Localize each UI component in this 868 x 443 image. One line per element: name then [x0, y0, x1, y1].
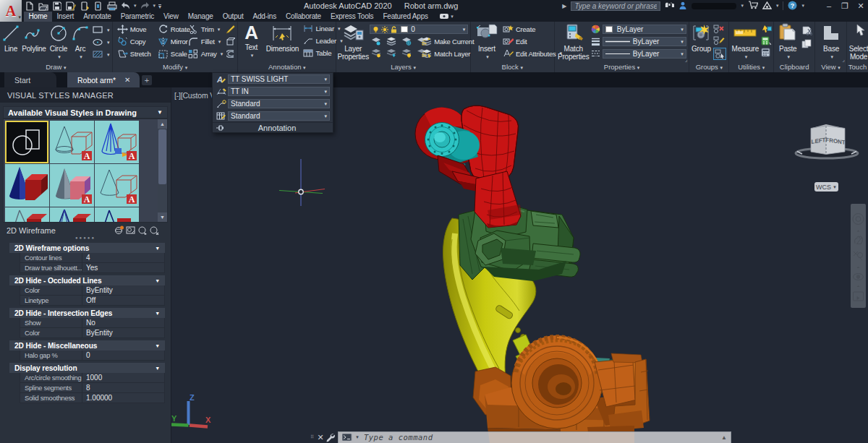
showmotion-icon[interactable]: [854, 292, 864, 301]
ribbon-tab-insert[interactable]: Insert: [52, 12, 79, 22]
arc-dropdown-icon[interactable]: ▾: [72, 53, 90, 61]
id-point-button[interactable]: [761, 48, 770, 57]
match-properties-button[interactable]: MatchProperties: [558, 23, 590, 61]
paste-dropdown-icon[interactable]: ▾: [777, 53, 800, 61]
properties-panel-label[interactable]: Properties ▾: [555, 63, 689, 72]
app-dropdown-icon[interactable]: ▾: [776, 3, 779, 9]
ribbon-tab-featured-apps[interactable]: Featured Apps: [378, 12, 433, 22]
group-edit-button[interactable]: [713, 36, 725, 46]
file-tab-robot-arm[interactable]: Robot arm* ✕: [67, 72, 140, 87]
ribbon-tab-collaborate[interactable]: Collaborate: [281, 12, 326, 22]
open-file-icon[interactable]: [38, 1, 48, 11]
rectangle-button[interactable]: ▾: [93, 26, 109, 34]
section-header-2d-wireframe-options[interactable]: 2D Wireframe options▼: [9, 243, 165, 253]
ribbon-tab-home[interactable]: Home: [24, 12, 52, 22]
scale-button[interactable]: Scale: [158, 49, 187, 59]
user-icon[interactable]: [678, 1, 687, 11]
layer-isolate-icon[interactable]: [386, 37, 397, 46]
edit-attributes-button[interactable]: Edit Attributes▾: [503, 49, 562, 58]
prop-row[interactable]: Arc/circle smoothing1000: [20, 373, 165, 383]
style-thumb-xray[interactable]: [50, 207, 93, 223]
qat-customize-icon[interactable]: ▾: [158, 4, 161, 9]
command-close-icon[interactable]: ✕: [315, 433, 326, 442]
view-panel-label[interactable]: View ▾: [815, 63, 846, 72]
copy-clip-button[interactable]: [801, 39, 812, 48]
prop-row[interactable]: Contour lines4: [20, 253, 165, 263]
user-dropdown-icon[interactable]: ▾: [741, 3, 744, 9]
view-dialog-launcher[interactable]: ⌟: [842, 56, 845, 63]
section-header-display-resolution[interactable]: Display resolution▼: [9, 363, 165, 373]
drawing-area[interactable]: [-][Custom View][2D Wireframe]: [171, 87, 868, 443]
make-current-button[interactable]: Make Current: [422, 37, 474, 46]
text-dropdown-icon[interactable]: ▾: [241, 51, 263, 59]
prop-row[interactable]: ShowNo: [20, 318, 165, 328]
annotation-panel-label[interactable]: Annotation ▾: [238, 63, 336, 72]
application-menu-button[interactable]: A▾: [0, 0, 22, 22]
dimension-button[interactable]: Dimension: [263, 23, 302, 53]
layer-unlock-icon[interactable]: [371, 49, 382, 58]
base-dropdown-icon[interactable]: ▾: [820, 53, 844, 61]
search-input[interactable]: [571, 1, 660, 11]
utilities-panel-label[interactable]: Utilities ▾: [729, 63, 773, 72]
fillet-button[interactable]: Fillet▾: [188, 37, 221, 46]
ribbon-tab-annotate[interactable]: Annotate: [79, 12, 116, 22]
circle-dropdown-icon[interactable]: ▾: [48, 53, 71, 61]
close-button[interactable]: ✕: [855, 1, 867, 11]
measure-button[interactable]: Measure ▾: [731, 23, 760, 61]
mirror-button[interactable]: Mirror: [158, 37, 188, 46]
select-mode-button[interactable]: SelectMode: [848, 23, 868, 61]
ribbon-tab-addins[interactable]: Add-ins: [248, 12, 281, 22]
save-icon[interactable]: [51, 1, 62, 11]
touch-panel-label[interactable]: Touch: [847, 63, 868, 72]
layer-on-small-icon[interactable]: [401, 49, 412, 58]
style-thumb-realistic[interactable]: [5, 164, 48, 207]
draw-panel-label[interactable]: Draw ▾: [0, 63, 112, 72]
rotate-button[interactable]: Rotate: [158, 25, 190, 34]
ribbon-tab-output[interactable]: Output: [218, 12, 248, 22]
signed-in-username[interactable]: [692, 3, 736, 9]
dim-style-icon[interactable]: [216, 87, 226, 96]
stretch-button[interactable]: Stretch: [117, 49, 151, 59]
measure-dropdown-icon[interactable]: ▾: [732, 53, 760, 61]
layer-properties-button[interactable]: LayerProperties: [336, 23, 370, 61]
hatch-button[interactable]: ▾: [93, 51, 109, 59]
command-customize-icon[interactable]: [326, 433, 335, 442]
delete-style-icon[interactable]: [149, 225, 159, 235]
lineweight-dropdown[interactable]: ByLayer ▾: [603, 37, 686, 46]
ellipse-button[interactable]: ▾: [93, 38, 109, 46]
polyline-button[interactable]: Polyline: [20, 23, 48, 53]
search-expand-icon[interactable]: ▶: [562, 3, 566, 9]
save-as-icon[interactable]: [65, 1, 76, 11]
new-file-icon[interactable]: [24, 1, 35, 11]
layer-select-dropdown[interactable]: 0 ▾: [370, 25, 468, 34]
text-style-icon[interactable]: A: [216, 75, 226, 84]
viewcube[interactable]: LEFT FRONT: [787, 119, 867, 162]
style-thumb-other[interactable]: [95, 207, 138, 223]
ribbon-tab-view[interactable]: View: [158, 12, 183, 22]
layer-freeze-small-icon[interactable]: [401, 37, 412, 46]
insert-button[interactable]: Insert ▾: [472, 23, 501, 61]
match-layer-button[interactable]: Match Layer: [422, 49, 470, 58]
ribbon-minimize-dropdown-icon[interactable]: ▾: [451, 14, 454, 20]
layer-thaw-icon[interactable]: [386, 49, 397, 58]
arc-button[interactable]: Arc ▾: [71, 23, 90, 61]
paste-button[interactable]: Paste ▾: [775, 23, 800, 61]
block-panel-label[interactable]: Block ▾: [471, 63, 554, 72]
save-to-web-mobile-icon[interactable]: [79, 1, 90, 11]
dim-style-dropdown[interactable]: TT IN▾: [228, 87, 330, 96]
style-thumb-hidden[interactable]: A: [95, 121, 138, 163]
style-thumb-2d-wireframe[interactable]: [5, 121, 48, 163]
pin-panel-icon[interactable]: [216, 124, 224, 132]
scroll-thumb[interactable]: [158, 129, 166, 184]
offset-button[interactable]: [226, 50, 236, 58]
ribbon-tab-express-tools[interactable]: Express Tools: [326, 12, 378, 22]
style-thumb-wireframe[interactable]: A: [50, 121, 93, 163]
prop-row[interactable]: LinetypeOff: [20, 296, 165, 306]
linetype-dropdown[interactable]: ByLayer ▾: [603, 49, 686, 59]
ribbon-tab-parametric[interactable]: Parametric: [116, 12, 158, 22]
line-button[interactable]: Line: [0, 23, 22, 53]
command-grip-handle[interactable]: ⠿: [310, 436, 315, 439]
crosshair-cursor[interactable]: [277, 157, 328, 215]
search-binoculars-icon[interactable]: [665, 1, 674, 11]
ribbon-tab-manage[interactable]: Manage: [183, 12, 218, 22]
